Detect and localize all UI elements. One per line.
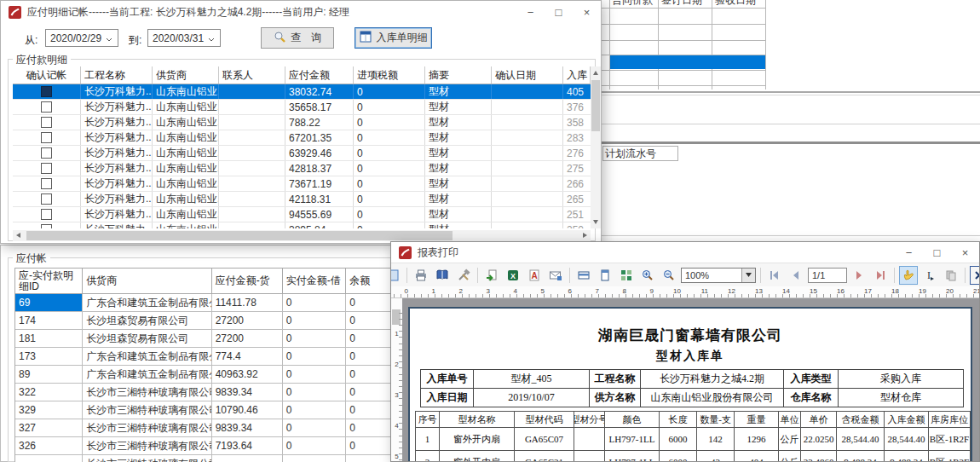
col-header[interactable]: 应-实付款明细ID xyxy=(15,269,83,293)
table-row[interactable]: 322 长沙市三湘特种玻璃有限公司 9839.34 0 0 xyxy=(15,384,392,401)
report-titlebar[interactable]: 报表打印 − □ × xyxy=(391,242,979,263)
summary-cell: 型材 xyxy=(425,222,492,228)
table-row[interactable]: 69 广东合和建筑五金制品有限公司 11411.78 0 0 xyxy=(15,294,392,312)
table-row[interactable]: 长沙万科魅力... 山东南山铝业... 3895.84 0 型材 250 xyxy=(13,222,591,228)
open-book-icon[interactable] xyxy=(433,266,452,285)
info-value: 山东南山铝业股份有限公司 xyxy=(641,389,784,407)
col-header[interactable]: 应付金额-货 xyxy=(212,269,283,293)
table-row[interactable]: 长沙市三湘特种玻璃有限公司 xyxy=(15,455,392,462)
col-header[interactable]: 应付金额 xyxy=(285,66,354,84)
confirm-checkbox[interactable] xyxy=(41,193,52,205)
table-row[interactable]: 长沙万科魅力... 山东南山铝业... 42818.37 0 型材 275 xyxy=(13,161,591,176)
table-row[interactable]: 174 长沙坦森贸易有限公司 27200 0 0 xyxy=(15,312,392,330)
table-row[interactable]: 长沙万科魅力... 山东南山铝业... 73671.19 0 型材 266 xyxy=(13,176,591,192)
material-subno-cell xyxy=(574,451,605,461)
table-row[interactable]: 长沙万科魅力... 山东南山铝业... 67201.35 0 型材 283 xyxy=(13,130,591,146)
design-icon[interactable] xyxy=(391,266,402,285)
zoom-in-icon[interactable] xyxy=(638,266,657,285)
window-title: 报表打印 xyxy=(418,245,458,260)
confirm-checkbox[interactable] xyxy=(41,224,52,228)
confirm-checkbox[interactable] xyxy=(41,147,52,159)
col-header[interactable]: 实付金额-借 xyxy=(283,269,346,293)
table-row[interactable]: 173 广东合和建筑五金制品有限公司 774.4 0 0 xyxy=(15,348,392,366)
table-row[interactable]: 181 长沙坦森贸易有限公司 27200 0 0 xyxy=(15,330,392,348)
confirm-checkbox[interactable] xyxy=(41,209,52,220)
paid-amount-cell: 0 xyxy=(283,419,346,436)
table-row[interactable]: 329 长沙市三湘特种玻璃有限公司 10790.46 0 0 xyxy=(15,401,392,419)
copy-button[interactable] xyxy=(942,266,960,285)
col-header[interactable]: 供货商 xyxy=(83,269,211,293)
pdf-export-icon[interactable]: A xyxy=(525,266,544,285)
dropdown-arrow-icon[interactable] xyxy=(741,269,755,282)
table-row[interactable]: 长沙万科魅力... 山东南山铝业... 94555.69 0 型材 251 xyxy=(13,207,591,222)
col-header[interactable]: 摘要 xyxy=(425,66,492,84)
confirm-checkbox[interactable] xyxy=(41,86,52,97)
page-width-icon[interactable] xyxy=(574,266,593,285)
col-header[interactable]: 确认记帐 xyxy=(13,66,81,84)
table-row[interactable]: 长沙万科魅力... 山东南山铝业... 35658.17 0 型材 376 xyxy=(13,100,591,115)
table-row[interactable]: 长沙万科魅力... 山东南山铝业... 42118.31 0 型材 265 xyxy=(13,192,591,207)
scroll-down-icon[interactable] xyxy=(593,220,598,224)
text-select-button[interactable]: I xyxy=(920,266,939,285)
first-page-button[interactable] xyxy=(765,266,784,285)
excel-export-icon[interactable]: X xyxy=(504,266,522,285)
next-page-button[interactable] xyxy=(850,266,868,285)
zoom-out-icon[interactable] xyxy=(660,266,678,285)
bg-selected-row[interactable] xyxy=(610,55,765,69)
search-button[interactable]: 查 询 xyxy=(261,27,334,49)
scrollbar-thumb[interactable] xyxy=(26,231,453,240)
from-date-select[interactable]: 2020/02/29 xyxy=(45,29,118,47)
col-header[interactable]: 联系人 xyxy=(219,66,285,84)
inbound-no-cell: 276 xyxy=(563,146,591,160)
maximize-button[interactable]: □ xyxy=(545,1,573,23)
options-tools-icon[interactable] xyxy=(454,266,473,285)
col-header[interactable]: 入库 xyxy=(563,66,591,84)
to-date-select[interactable]: 2020/03/31 xyxy=(147,29,221,47)
confirm-checkbox[interactable] xyxy=(41,117,52,128)
close-preview-button[interactable] xyxy=(970,266,979,285)
col-header[interactable]: 工程名称 xyxy=(81,66,153,84)
multi-page-icon[interactable] xyxy=(617,266,636,285)
table-row[interactable]: 长沙万科魅力... 山东南山铝业... 788.22 0 型材 358 xyxy=(13,115,591,130)
print-icon[interactable] xyxy=(412,266,430,285)
horizontal-scrollbar[interactable] xyxy=(13,230,591,241)
hand-tool-button[interactable] xyxy=(899,266,918,285)
prev-page-button[interactable] xyxy=(787,266,805,285)
minimize-button[interactable]: − xyxy=(516,1,545,23)
minimize-button[interactable]: − xyxy=(895,242,923,263)
confirm-checkbox[interactable] xyxy=(41,101,52,113)
col-header[interactable]: 余额 xyxy=(346,269,392,293)
plan-serial-field[interactable]: 计划流水号 xyxy=(602,146,678,161)
color-cell: LH797-1LL xyxy=(605,451,660,461)
confirm-checkbox[interactable] xyxy=(41,163,52,174)
table-row[interactable]: 326 长沙市三湘特种玻璃有限公司 7193.64 0 0 xyxy=(15,437,392,455)
scroll-up-icon[interactable] xyxy=(593,71,598,75)
col-header[interactable]: 供货商 xyxy=(153,66,219,84)
close-button[interactable]: × xyxy=(573,1,601,23)
confirm-checkbox[interactable] xyxy=(41,132,52,143)
scrollbar-thumb[interactable] xyxy=(591,80,600,131)
table-row[interactable]: 长沙万科魅力... 山东南山铝业... 38032.74 0 型材 405 xyxy=(13,84,591,100)
table-row[interactable]: 89 广东合和建筑五金制品有限公司 40963.92 0 0 xyxy=(15,366,392,384)
confirm-checkbox[interactable] xyxy=(41,178,52,189)
col-header[interactable]: 确认日期 xyxy=(492,66,563,84)
confirm-date-cell xyxy=(492,130,563,145)
ruler-number: 5 xyxy=(517,286,545,297)
maximize-button[interactable]: □ xyxy=(923,242,951,263)
scroll-right-icon[interactable] xyxy=(583,233,587,238)
inbound-detail-button[interactable]: 入库单明细 xyxy=(355,27,432,49)
page-indicator-value: 1/1 xyxy=(812,270,825,280)
scroll-left-icon[interactable] xyxy=(16,233,20,238)
payable-titlebar[interactable]: 应付明细记帐------当前工程: 长沙万科魅力之城4.2期------当前用户… xyxy=(1,1,601,23)
last-page-button[interactable] xyxy=(871,266,890,285)
whole-page-icon[interactable] xyxy=(596,266,614,285)
email-icon[interactable] xyxy=(546,266,565,285)
vertical-scrollbar[interactable] xyxy=(591,66,601,228)
close-button[interactable]: × xyxy=(951,242,979,263)
page-indicator-input[interactable]: 1/1 xyxy=(808,268,847,283)
table-row[interactable]: 长沙万科魅力... 山东南山铝业... 63929.46 0 型材 276 xyxy=(13,146,591,161)
zoom-select[interactable]: 100% xyxy=(681,268,756,283)
table-row[interactable]: 327 长沙市三湘特种玻璃有限公司 9839.34 0 0 xyxy=(15,419,392,437)
export-icon[interactable] xyxy=(482,266,501,285)
col-header[interactable]: 进项税额 xyxy=(354,66,425,84)
